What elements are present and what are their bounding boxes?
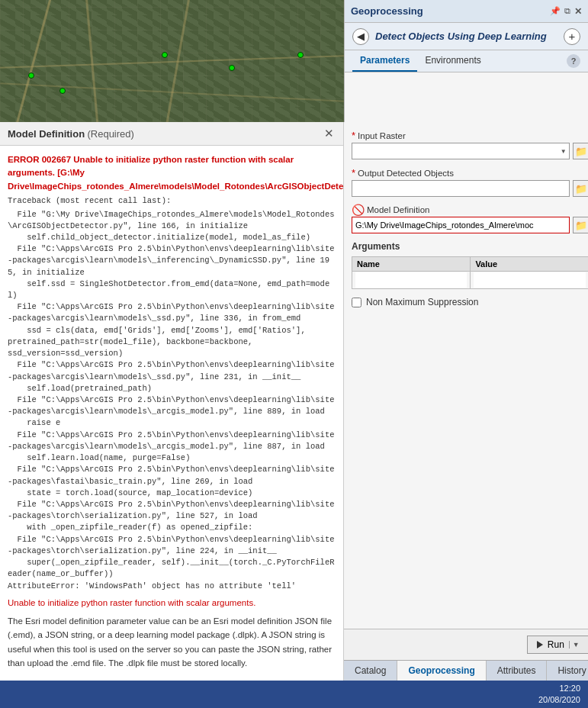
- arg-value-cell: [471, 272, 588, 289]
- model-def-content: ERROR 002667 Unable to initialize python…: [0, 146, 343, 681]
- geoprocessing-panel-title: Geoprocessing: [351, 5, 423, 17]
- required-star-1: *: [352, 130, 355, 141]
- model-def-input[interactable]: [352, 217, 570, 233]
- status-bar: 12:20 20/08/2020: [0, 681, 588, 708]
- tab-catalog[interactable]: Catalog: [344, 661, 397, 681]
- run-dropdown-icon[interactable]: ▼: [569, 641, 580, 648]
- output-group: * Output Detected Objects 📁: [352, 167, 588, 197]
- arg-name-input[interactable]: [355, 272, 467, 288]
- model-def-subtitle: (Required): [87, 128, 133, 140]
- run-area: Run ▼: [344, 629, 588, 660]
- time: 12:20: [538, 683, 580, 694]
- arguments-row-1: [352, 272, 589, 289]
- model-def-folder-btn[interactable]: 📁: [573, 217, 588, 233]
- run-button[interactable]: Run ▼: [527, 636, 588, 654]
- arg-value-col: Value: [471, 257, 588, 272]
- add-button[interactable]: +: [564, 28, 580, 45]
- arguments-table: Name Value: [352, 256, 588, 289]
- output-input[interactable]: [352, 180, 570, 197]
- pin-icon[interactable]: 📌: [550, 6, 561, 16]
- input-raster-select[interactable]: [352, 143, 570, 159]
- arg-name-col: Name: [352, 257, 471, 272]
- required-star-2: *: [352, 167, 355, 179]
- model-def-title: Model Definition: [8, 128, 85, 140]
- tool-titlebar: ◀ Detect Objects Using Deep Learning +: [345, 23, 588, 50]
- geo-fields-area: * Input Raster ▼ 📁: [344, 122, 588, 629]
- geoprocessing-header-area: Geoprocessing 📌 ⧉ ✕ ◀ Detect Objects Usi…: [344, 0, 588, 122]
- tab-attributes[interactable]: Attributes: [487, 661, 548, 681]
- tool-title: Detect Objects Using Deep Learning: [375, 31, 557, 42]
- nms-row: Non Maximum Suppression: [352, 297, 588, 307]
- map-dot: [59, 88, 66, 94]
- info-text-1: The Esri model definition parameter valu…: [8, 614, 336, 671]
- tab-environments[interactable]: Environments: [417, 50, 488, 72]
- geoprocessing-titlebar: Geoprocessing 📌 ⧉ ✕: [345, 0, 588, 23]
- help-icon[interactable]: ?: [567, 54, 580, 68]
- error-line: ERROR 002667 Unable to initialize python…: [8, 153, 336, 193]
- input-raster-group: * Input Raster ▼ 📁: [352, 130, 588, 159]
- input-raster-folder-btn[interactable]: 📁: [573, 143, 588, 159]
- model-def-header: Model Definition (Required) ✕: [0, 122, 343, 146]
- back-button[interactable]: ◀: [352, 28, 369, 45]
- arg-value-input[interactable]: [474, 272, 585, 288]
- close-model-def-button[interactable]: ✕: [323, 127, 336, 140]
- traceback-lines: File "G:\My Drive\ImageChips_rotondes_Al…: [8, 209, 336, 592]
- error-icon: 🚫: [352, 204, 365, 215]
- date: 20/08/2020: [538, 694, 580, 706]
- map-dot: [28, 72, 34, 79]
- close-panel-icon[interactable]: ✕: [574, 6, 582, 17]
- tab-parameters[interactable]: Parameters: [352, 50, 417, 72]
- map-area: [0, 0, 344, 122]
- bottom-tabs: Catalog Geoprocessing Attributes History: [344, 660, 588, 681]
- input-raster-label: Input Raster: [358, 131, 406, 140]
- arguments-section: Arguments Name Value: [352, 241, 588, 289]
- nms-checkbox[interactable]: [352, 298, 361, 307]
- map-dot: [162, 52, 168, 58]
- tab-geoprocessing[interactable]: Geoprocessing: [397, 661, 486, 681]
- float-icon[interactable]: ⧉: [564, 6, 570, 16]
- nms-label: Non Maximum Suppression: [366, 297, 478, 307]
- tab-history[interactable]: History: [547, 661, 588, 681]
- map-dot: [297, 52, 304, 58]
- geo-tabs-row: Parameters Environments ?: [345, 50, 588, 72]
- time-display: 12:20 20/08/2020: [538, 683, 580, 706]
- geo-panel: * Input Raster ▼ 📁: [344, 122, 588, 681]
- output-folder-btn[interactable]: 📁: [573, 180, 588, 197]
- output-label: Output Detected Objects: [358, 169, 454, 178]
- arguments-title: Arguments: [352, 241, 588, 252]
- model-def-field-label: Model Definition: [367, 205, 429, 214]
- traceback-header: Traceback (most recent call last):: [8, 195, 336, 208]
- map-dot: [229, 65, 235, 71]
- run-label: Run: [548, 639, 564, 650]
- unable-msg: Unable to initialize python raster funct…: [8, 597, 336, 610]
- model-definition-group: 🚫 Model Definition 📁: [352, 204, 588, 233]
- model-definition-panel: Model Definition (Required) ✕ ERROR 0026…: [0, 122, 344, 681]
- arg-name-cell: [352, 272, 471, 289]
- run-icon: [537, 641, 543, 648]
